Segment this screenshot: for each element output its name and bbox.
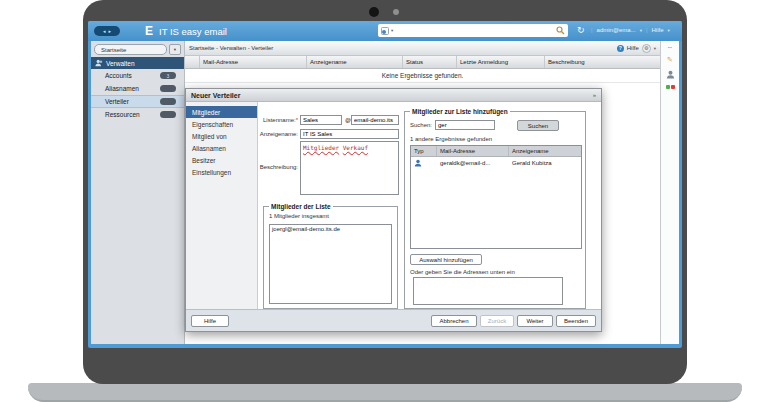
finish-button[interactable]: Beenden <box>556 315 596 327</box>
sidebar: Startseite ▾ Verwalten Accounts 3 Aliasn… <box>91 41 185 344</box>
manual-addresses-textarea[interactable] <box>413 277 563 305</box>
history-nav[interactable]: ◂ ▸ <box>94 26 120 36</box>
forward-icon[interactable]: ▸ <box>109 28 112 34</box>
col-typ[interactable]: Typ <box>411 146 437 156</box>
global-search[interactable]: ▾ <box>378 24 568 37</box>
add-selection-button[interactable]: Auswahl hinzufügen <box>410 254 482 265</box>
results-count: 1 andere Ergebnisse gefunden <box>410 136 492 142</box>
tools-caret-icon[interactable]: ▾ <box>654 46 656 51</box>
new-distribution-list-dialog: Neuer Verteiler » Mitglieder Eigenschaft… <box>185 88 602 332</box>
gutter-cell <box>185 56 200 68</box>
member-list-item[interactable]: joergl@email-demo.its.de <box>270 225 391 233</box>
col-status[interactable]: Status <box>403 56 457 68</box>
status-legend-icon[interactable] <box>666 85 675 89</box>
count-badge <box>160 85 176 92</box>
expand-icon[interactable]: ⇔ <box>667 44 673 50</box>
result-name: Gerald Kubitza <box>509 160 581 166</box>
sidebar-section-verwalten[interactable]: Verwalten <box>91 57 184 69</box>
status-green-icon <box>666 85 670 89</box>
dialog-nav-eigenschaften[interactable]: Eigenschaften <box>186 118 257 130</box>
sidebar-item-label: Aliasnamen <box>105 85 139 92</box>
help-circle-icon[interactable]: ? <box>617 45 624 52</box>
dialog-nav-einstellungen[interactable]: Einstellungen <box>186 166 257 178</box>
listname-input[interactable] <box>300 115 342 125</box>
back-icon[interactable]: ◂ <box>103 28 106 34</box>
count-badge: 3 <box>160 72 176 79</box>
members-legend: Mitglieder der Liste <box>269 203 333 210</box>
col-beschreibung[interactable]: Beschreibung <box>545 56 660 68</box>
dialog-titlebar[interactable]: Neuer Verteiler » <box>186 89 601 102</box>
search-button[interactable]: Suchen <box>517 120 559 131</box>
gear-icon[interactable]: ⚙ <box>642 44 651 53</box>
member-result-row[interactable]: geraldk@email-d... Gerald Kubitza <box>411 157 581 169</box>
domain-input[interactable] <box>351 115 399 125</box>
search-input[interactable] <box>395 26 554 36</box>
right-tool-strip: ⇔ ✎ <box>660 41 679 344</box>
listname-label-text: Listenname: <box>263 117 296 123</box>
help-caret-icon[interactable]: ▾ <box>668 28 670 33</box>
contact-icon[interactable] <box>666 70 675 79</box>
member-results-table: Typ Mail-Adresse Anzeigename geraldk@ema… <box>410 145 582 249</box>
members-fieldset: Mitglieder der Liste 1 Mitglieder insges… <box>263 206 398 309</box>
sidebar-item-aliasnamen[interactable]: Aliasnamen <box>91 82 184 95</box>
app-title: IT IS easy email <box>159 26 227 37</box>
footer-buttons: Abbrechen Zurück Weiter Beenden <box>431 315 596 327</box>
listname-label: Listenname:* <box>258 117 298 123</box>
sidebar-item-accounts[interactable]: Accounts 3 <box>91 69 184 82</box>
dialog-nav-aliasnamen[interactable]: Aliasnamen <box>186 142 257 154</box>
back-button[interactable]: Zurück <box>480 315 514 327</box>
help-link[interactable]: Hilfe <box>627 45 639 51</box>
home-select-caret-icon[interactable]: ▾ <box>169 44 181 55</box>
col-mail-adresse[interactable]: Mail-Adresse <box>200 56 307 68</box>
next-button[interactable]: Weiter <box>517 315 553 327</box>
description-label: Beschreibung: <box>258 164 298 170</box>
dialog-footer: Hilfe Abbrechen Zurück Weiter Beenden <box>186 309 601 331</box>
add-members-fieldset: Mitglieder zur Liste hinzufügen Suchen: … <box>404 111 586 309</box>
account-caret-icon[interactable]: ▾ <box>640 28 642 33</box>
home-select[interactable]: Startseite <box>94 44 167 55</box>
result-mail: geraldk@email-d... <box>437 160 509 166</box>
dialog-collapse-icon[interactable]: » <box>593 92 596 98</box>
sidebar-item-ressourcen[interactable]: Ressourcen <box>91 108 184 121</box>
search-scope-icon[interactable] <box>381 27 389 35</box>
members-count: 1 Mitglieder insgesamt <box>269 213 329 219</box>
breadcrumb-bar: Startseite - Verwalten - Verteiler ? Hil… <box>185 41 660 56</box>
search-label: Suchen: <box>410 122 432 128</box>
webcam-icon <box>369 7 379 17</box>
members-listbox[interactable]: joergl@email-demo.its.de <box>269 224 392 304</box>
breadcrumb: Startseite - Verwalten - Verteiler <box>189 45 273 51</box>
col-letzte-anmeldung[interactable]: Letzte Anmeldung <box>457 56 545 68</box>
help-menu[interactable]: Hilfe <box>652 27 664 33</box>
webcam-led-icon <box>393 9 399 15</box>
pencil-icon[interactable]: ✎ <box>667 56 673 64</box>
cancel-button[interactable]: Abbrechen <box>431 315 477 327</box>
users-icon <box>95 59 103 68</box>
breadcrumb-tools: ? Hilfe ⚙ ▾ <box>617 44 656 53</box>
sidebar-section-label: Verwalten <box>106 60 135 67</box>
sidebar-item-verteiler[interactable]: Verteiler <box>91 95 184 108</box>
dialog-nav-mitglied-von[interactable]: Mitglied von <box>186 130 257 142</box>
displayname-input[interactable] <box>300 129 399 139</box>
member-results-header: Typ Mail-Adresse Anzeigename <box>411 146 581 157</box>
laptop-mockup: ◂ ▸ E IT IS easy email ▾ ↻ | admin@ema..… <box>0 0 770 402</box>
dialog-nav-mitglieder[interactable]: Mitglieder <box>186 106 257 118</box>
add-members-legend: Mitglieder zur Liste hinzufügen <box>410 108 510 115</box>
dialog-content: Listenname:* @ Anzeigename: Beschreibung… <box>258 102 601 309</box>
description-textarea[interactable]: Mitglieder Verkauf <box>300 141 399 195</box>
app-window: ◂ ▸ E IT IS easy email ▾ ↻ | admin@ema..… <box>88 21 682 348</box>
member-search-input[interactable] <box>435 120 495 130</box>
dialog-nav-besitzer[interactable]: Besitzer <box>186 154 257 166</box>
search-icon[interactable] <box>556 26 565 36</box>
misspelled-word: Verkauf <box>343 144 368 151</box>
help-button[interactable]: Hilfe <box>191 315 229 327</box>
search-scope-caret-icon[interactable]: ▾ <box>391 28 393 33</box>
col-anzeigename[interactable]: Anzeigename <box>307 56 403 68</box>
col-anzeigename[interactable]: Anzeigename <box>509 146 581 156</box>
dialog-title: Neuer Verteiler <box>191 92 240 99</box>
count-badge <box>160 98 176 105</box>
count-badge <box>160 111 176 118</box>
refresh-icon[interactable]: ↻ <box>577 25 585 35</box>
col-mail-adresse[interactable]: Mail-Adresse <box>437 146 509 156</box>
account-menu[interactable]: admin@ema... <box>597 27 636 33</box>
or-enter-addresses-text: Oder geben Sie die Adressen unten ein <box>410 269 515 275</box>
